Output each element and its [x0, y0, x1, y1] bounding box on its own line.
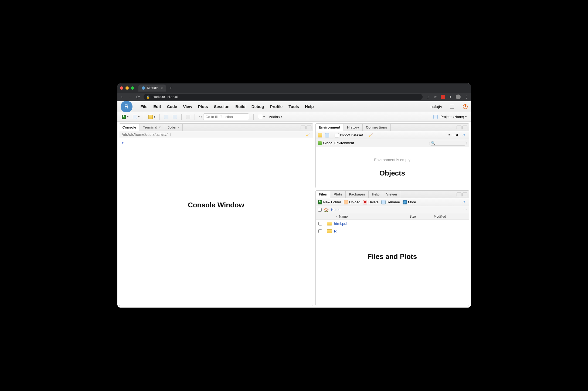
menu-build[interactable]: Build — [235, 104, 246, 109]
files-toolbar: New Folder Upload ✖ Delete Rename More ⟳ — [316, 198, 469, 206]
import-dataset-button[interactable]: Import Dataset — [335, 133, 363, 137]
tab-viewer[interactable]: Viewer — [383, 191, 401, 198]
tab-history[interactable]: History — [344, 124, 363, 131]
select-all-checkbox[interactable] — [318, 208, 322, 212]
rename-button[interactable]: Rename — [381, 200, 400, 204]
tab-console[interactable]: Console — [119, 124, 140, 131]
menu-edit[interactable]: Edit — [153, 104, 161, 109]
browser-menu-icon[interactable]: ⋮ — [464, 95, 468, 99]
goto-file-input[interactable] — [203, 113, 249, 120]
menu-code[interactable]: Code — [167, 104, 177, 109]
refresh-icon: ⟳ — [463, 133, 467, 137]
menu-debug[interactable]: Debug — [251, 104, 264, 109]
home-icon[interactable]: 🏠 — [324, 207, 329, 212]
tab-plots2[interactable]: Plots — [330, 191, 346, 198]
browser-tab-rstudio[interactable]: RStudio × — [138, 85, 166, 92]
menu-profile[interactable]: Profile — [270, 104, 283, 109]
menu-help[interactable]: Help — [305, 104, 314, 109]
file-checkbox[interactable] — [318, 222, 322, 225]
profile-avatar-icon[interactable] — [456, 95, 461, 99]
tab-packages[interactable]: Packages — [346, 191, 369, 198]
file-name[interactable]: html.pub — [334, 221, 469, 226]
files-overlay-label: Files and Plots — [368, 252, 417, 261]
tab-terminal[interactable]: Terminal× — [140, 124, 164, 131]
new-file-button[interactable] — [121, 114, 130, 120]
print-button[interactable] — [185, 114, 191, 120]
console-body[interactable]: > Console Window — [119, 138, 313, 306]
tab-connections[interactable]: Connections — [363, 124, 391, 131]
file-name[interactable]: R — [334, 229, 469, 233]
load-workspace-button[interactable] — [318, 133, 322, 137]
delete-icon: ✖ — [363, 200, 367, 204]
close-window-icon[interactable] — [120, 86, 123, 90]
menu-tools[interactable]: Tools — [288, 104, 299, 109]
maximize-window-icon[interactable] — [131, 86, 134, 90]
view-mode-button[interactable]: List — [453, 133, 458, 137]
col-name[interactable]: ▲Name — [335, 215, 410, 218]
tab-jobs[interactable]: Jobs× — [164, 124, 183, 131]
minimize-pane-icon[interactable] — [457, 193, 461, 196]
menu-plots[interactable]: Plots — [198, 104, 208, 109]
upload-button[interactable]: Upload — [344, 200, 360, 204]
share-icon[interactable]: ⇪ — [169, 132, 172, 137]
url-text: rstudio.rc.ucl.ac.uk — [152, 95, 179, 99]
col-modified[interactable]: Modified — [434, 215, 469, 218]
open-file-button[interactable] — [147, 114, 156, 120]
maximize-pane-icon[interactable] — [307, 126, 311, 129]
browser-addressbar: ← → ⟳ 🔒 rstudio.rc.ucl.ac.uk ⊕ ☆ ✦ ⋮ — [117, 93, 471, 101]
tab-environment[interactable]: Environment — [316, 124, 344, 131]
clear-env-button[interactable]: 🧹 — [368, 133, 373, 137]
breadcrumb-home[interactable]: Home — [331, 208, 341, 212]
save-all-button[interactable] — [172, 114, 178, 120]
quit-session-icon[interactable] — [450, 105, 454, 109]
minimize-pane-icon[interactable] — [457, 126, 461, 129]
bookmark-icon[interactable]: ☆ — [433, 95, 437, 99]
workarea: Console Terminal× Jobs× /nfs/cfs/home2/u… — [117, 122, 471, 308]
reload-button[interactable]: ⟳ — [136, 95, 140, 100]
new-tab-button[interactable]: + — [169, 85, 172, 91]
col-size[interactable]: Size — [410, 215, 434, 218]
minimize-pane-icon[interactable] — [301, 126, 305, 129]
breadcrumb-more-icon[interactable]: ⋯ — [463, 208, 467, 212]
extension-badge-icon[interactable] — [441, 95, 445, 99]
console-pane: Console Terminal× Jobs× /nfs/cfs/home2/u… — [119, 123, 313, 306]
close-icon[interactable]: × — [159, 126, 161, 129]
folder-icon — [327, 222, 332, 225]
menu-session[interactable]: Session — [214, 104, 230, 109]
maximize-pane-icon[interactable] — [463, 193, 467, 196]
delete-button[interactable]: ✖ Delete — [363, 200, 379, 204]
file-checkbox[interactable] — [318, 229, 322, 233]
save-button[interactable] — [163, 114, 169, 120]
browser-window: RStudio × + ← → ⟳ 🔒 rstudio.rc.ucl.ac.uk… — [117, 83, 471, 308]
maximize-pane-icon[interactable] — [463, 126, 467, 129]
close-tab-icon[interactable]: × — [161, 86, 163, 90]
close-icon[interactable]: × — [177, 126, 179, 129]
back-button[interactable]: ← — [120, 95, 124, 99]
new-project-button[interactable] — [132, 114, 141, 120]
pane-layout-button[interactable] — [257, 114, 266, 120]
zoom-icon[interactable]: ⊕ — [426, 95, 430, 99]
refresh-env-button[interactable]: ⟳ — [463, 133, 467, 137]
new-folder-button[interactable]: New Folder — [318, 200, 341, 204]
files-tabrow: Files Plots Packages Help Viewer — [316, 191, 469, 198]
more-button[interactable]: More — [403, 200, 416, 204]
env-search-input[interactable]: 🔍 — [429, 141, 467, 146]
address-field[interactable]: 🔒 rstudio.rc.ucl.ac.uk — [144, 94, 423, 100]
refresh-files-button[interactable]: ⟳ — [463, 200, 467, 204]
save-workspace-button[interactable] — [325, 133, 329, 137]
clear-console-icon[interactable]: 🧹 — [306, 132, 310, 137]
addins-button[interactable]: Addins — [268, 114, 283, 119]
tab-env-label: Environment — [319, 125, 340, 129]
env-scope-dropdown[interactable]: Global Environment — [323, 141, 354, 145]
project-menu[interactable]: Project: (None) — [439, 114, 467, 119]
tab-help2[interactable]: Help — [369, 191, 383, 198]
menu-file[interactable]: File — [141, 104, 148, 109]
signout-icon[interactable] — [463, 104, 468, 109]
tab-files[interactable]: Files — [316, 191, 331, 198]
upload-icon — [344, 200, 348, 204]
minimize-window-icon[interactable] — [125, 86, 129, 90]
extensions-icon[interactable]: ✦ — [449, 95, 452, 99]
forward-button[interactable]: → — [128, 95, 132, 99]
menu-view[interactable]: View — [183, 104, 192, 109]
folder-open-icon — [148, 115, 153, 119]
